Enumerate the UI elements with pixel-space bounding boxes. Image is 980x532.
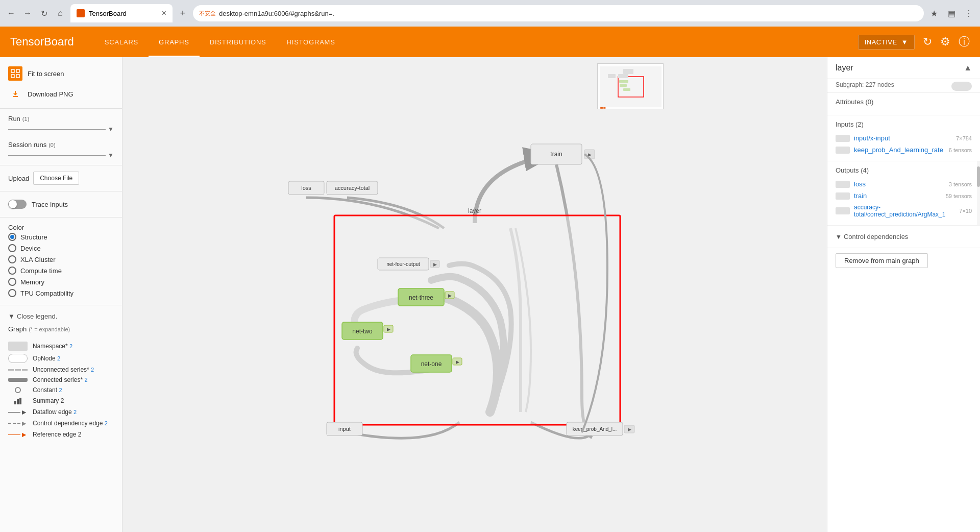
trace-inputs-label: Trace inputs [32,201,68,208]
panel-subheader: Subgraph: 227 nodes [827,79,980,93]
refresh-icon-btn[interactable]: ↻ [923,35,932,49]
run-dropdown[interactable]: ▼ [8,126,114,133]
forward-btn[interactable]: → [20,6,35,20]
attributes-section: Attributes (0) [827,93,980,115]
svg-text:net-two: net-two [352,328,373,335]
svg-text:net-four-output: net-four-output [386,261,420,267]
extensions-btn[interactable]: ▤ [944,6,959,20]
fit-to-screen-icon [8,66,22,81]
divider-3 [0,191,122,191]
legend-opnode: OpNode 2 [8,352,114,365]
tab-graphs[interactable]: GRAPHS [149,27,200,57]
run-count: (1) [22,116,29,122]
refresh-btn[interactable]: ↻ [37,6,51,20]
color-device[interactable]: Device [8,243,114,254]
summary-label: Summary 2 [33,397,64,404]
tab-distributions[interactable]: DISTRIBUTIONS [200,27,277,57]
svg-rect-5 [17,399,19,404]
control-deps-row[interactable]: ▼ Control dependencies [836,231,972,243]
browser-chrome: ← → ↻ ⌂ TensorBoard × + 不安全 desktop-emn1… [0,0,980,27]
toggle-switch-icon[interactable] [951,82,972,91]
inactive-dropdown[interactable]: INACTIVE ▼ [858,35,915,50]
svg-rect-4 [14,401,16,404]
dataflow-label: Dataflow edge 2 [33,408,77,416]
address-bar[interactable]: 不安全 desktop-emn1a9u:6006/#graphs&run=. [193,5,924,21]
tab-scalars[interactable]: SCALARS [94,27,149,57]
output-name-2[interactable]: train [854,192,942,200]
svg-text:▶: ▶ [456,359,459,365]
chevron-icon: ▼ [836,233,842,240]
output-row-1: loss 3 tensors [836,178,972,190]
unconnected-label: Unconnected series* 2 [33,366,94,373]
run-line [8,129,106,130]
output-name-3[interactable]: accuracy-total/correct_prediction/ArgMax… [854,204,955,218]
help-icon-btn[interactable]: ⓘ [959,34,970,50]
output-row-3: accuracy-total/correct_prediction/ArgMax… [836,202,972,220]
fit-to-screen-item[interactable]: Fit to screen [0,63,122,84]
nav-controls: ← → ↻ ⌂ [4,6,67,20]
color-structure[interactable]: Structure [8,231,114,243]
svg-rect-47 [620,84,627,87]
main-layout: Fit to screen Download PNG Run (1) ▼ [0,57,980,532]
svg-text:train: train [550,151,562,158]
divider-4 [0,217,122,217]
download-png-label: Download PNG [28,90,74,98]
outputs-scrollbar[interactable] [977,161,980,225]
back-btn[interactable]: ← [4,6,18,20]
tensor-icon-2 [836,147,850,154]
new-tab-btn[interactable]: + [176,6,190,20]
color-tpu-label: TPU Compatibility [20,289,74,297]
color-xla[interactable]: XLA Cluster [8,254,114,265]
trace-inputs-toggle[interactable] [8,200,27,209]
svg-text:▶: ▶ [628,427,631,432]
summary-shape-icon [8,397,28,405]
control-deps-label: Control dependencies [844,233,908,240]
outputs-section: Outputs (4) loss 3 tensors train 59 tens… [827,161,980,226]
radio-compute-icon [8,267,16,275]
svg-text:loss: loss [301,185,311,191]
browser-tab[interactable]: TensorBoard × [70,4,173,22]
output-name-1[interactable]: loss [854,180,945,188]
tensor-icon-1 [836,135,850,142]
legend-reference: ► Reference edge 2 [8,429,114,440]
reference-shape-icon: ► [8,430,28,439]
header-right: INACTIVE ▼ ↻ ⚙ ⓘ [858,34,970,50]
tab-title: TensorBoard [89,10,127,17]
color-memory[interactable]: Memory [8,276,114,287]
outputs-title: Outputs (4) [836,166,972,174]
input-name-2[interactable]: keep_prob_And_learning_rate [854,146,945,154]
session-runs-dropdown[interactable]: ▼ [8,152,114,159]
download-png-item[interactable]: Download PNG [0,84,122,104]
graph-note: (* = expandable) [29,326,70,332]
panel-collapse-btn[interactable]: ▲ [964,63,972,72]
home-btn[interactable]: ⌂ [53,6,67,20]
bookmark-star-btn[interactable]: ★ [927,6,941,20]
minimap: ■■■ [597,63,664,109]
upload-section: Upload Choose File [0,170,122,187]
tab-histograms[interactable]: HISTOGRAMS [277,27,346,57]
choose-file-button[interactable]: Choose File [33,172,79,185]
browser-actions: ★ ▤ ⋮ [927,6,976,20]
menu-btn[interactable]: ⋮ [962,6,976,20]
input-size-1: 7×784 [956,135,972,141]
svg-rect-46 [619,80,628,83]
unconnected-shape-icon [8,369,28,371]
svg-text:layer: layer [468,207,481,214]
radio-xla-icon [8,255,16,263]
control-dep-shape-icon: ► [8,419,28,427]
input-name-1[interactable]: input/x-input [854,134,952,142]
address-text: desktop-emn1a9u:6006/#graphs&run=. [219,10,334,17]
graph-area[interactable]: layer train ▶ loss accuracy-total input … [122,57,827,532]
run-section: Run (1) ▼ [0,113,122,135]
color-label: Color [8,224,24,231]
remove-from-main-graph-button[interactable]: Remove from main graph [836,253,928,268]
scrollbar-thumb [977,166,980,187]
panel-title: layer [836,63,853,72]
opnode-label: OpNode 2 [33,355,60,362]
input-size-2: 6 tensors [949,147,972,153]
color-tpu[interactable]: TPU Compatibility [8,287,114,299]
tab-close-btn[interactable]: × [162,9,166,18]
settings-icon-btn[interactable]: ⚙ [940,35,950,49]
color-compute[interactable]: Compute time [8,265,114,276]
close-legend-btn[interactable]: ▼ Close legend. [0,309,122,323]
